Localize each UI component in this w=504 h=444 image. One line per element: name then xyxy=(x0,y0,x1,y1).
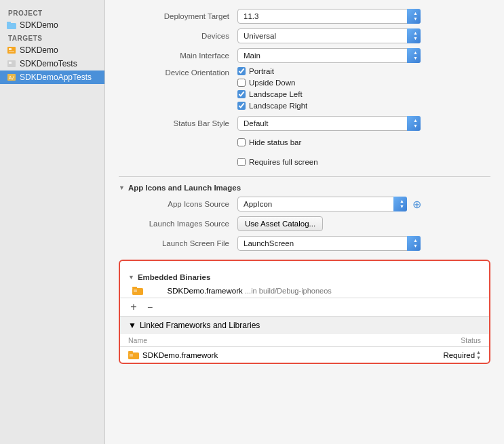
status-bar-select-wrapper: Default ▲▼ xyxy=(237,116,421,131)
embedded-triangle-icon[interactable]: ▼ xyxy=(128,274,134,281)
portrait-checkbox-row[interactable]: Portrait xyxy=(237,67,307,75)
portrait-checkbox[interactable] xyxy=(237,67,246,75)
svg-rect-3 xyxy=(9,48,12,50)
device-orientation-label: Device Orientation xyxy=(119,67,237,77)
main-interface-select-wrapper: Main ▲▼ xyxy=(237,48,421,63)
svg-rect-5 xyxy=(7,60,16,67)
launch-screen-select-wrapper: LaunchScreen ▲▼ xyxy=(237,236,421,251)
settings-container: Deployment Target 11.3 ▲▼ Devices Unive xyxy=(105,0,504,378)
status-bar-style-row: Status Bar Style Default ▲▼ xyxy=(119,115,490,132)
add-remove-row: + − xyxy=(120,298,489,316)
main-content: Deployment Target 11.3 ▲▼ Devices Unive xyxy=(105,0,504,444)
status-arrows-icon: ▲ ▼ xyxy=(476,350,481,360)
upside-down-checkbox-row[interactable]: Upside Down xyxy=(237,79,307,87)
status-bar-style-control: Default ▲▼ xyxy=(237,116,490,131)
targets-section-label: TARGETS xyxy=(0,32,104,43)
remove-embedded-button[interactable]: − xyxy=(144,302,155,312)
hide-status-bar-row: Hide status bar xyxy=(119,135,490,151)
portrait-label: Portrait xyxy=(249,67,274,75)
sidebar-item-sdkdemotests[interactable]: SDKDemoTests xyxy=(0,57,104,70)
landscape-left-checkbox[interactable] xyxy=(237,90,246,98)
linked-triangle-icon[interactable]: ▼ xyxy=(128,321,136,330)
devices-control: Universal ▲▼ xyxy=(237,28,490,43)
sidebar-sdkdemoapptesets-label: SDKDemoAppTests xyxy=(20,73,92,82)
sidebar: PROJECT SDKDemo TARGETS SDKDemo S xyxy=(0,0,105,444)
embedded-linked-section: ▼ Embedded Binaries xyxy=(119,260,490,364)
linked-framework-name-cell: SDKDemo.framework xyxy=(120,347,364,363)
add-embedded-button[interactable]: + xyxy=(128,302,139,312)
apptests-icon: A/ xyxy=(7,73,16,82)
svg-rect-2 xyxy=(7,47,16,54)
app-icons-source-select[interactable]: AppIcon xyxy=(237,197,407,211)
requires-full-screen-checkbox[interactable] xyxy=(237,158,246,166)
svg-rect-10 xyxy=(132,287,137,289)
landscape-left-checkbox-row[interactable]: Landscape Left xyxy=(237,90,307,98)
main-interface-control: Main ▲▼ xyxy=(237,48,490,63)
status-bar-select[interactable]: Default xyxy=(237,116,421,131)
launch-images-source-label: Launch Images Source xyxy=(119,220,237,228)
status-cell[interactable]: Required ▲ ▼ xyxy=(443,350,481,360)
requires-full-screen-checkbox-row[interactable]: Requires full screen xyxy=(237,158,318,166)
main-interface-select[interactable]: Main xyxy=(237,48,421,63)
project-icon xyxy=(7,20,16,30)
sidebar-item-sdkdemo[interactable]: SDKDemo xyxy=(0,43,104,57)
deployment-target-select[interactable]: 11.3 xyxy=(237,9,421,24)
deployment-target-control: 11.3 ▲▼ xyxy=(237,9,490,24)
embedded-inner: ▼ Embedded Binaries xyxy=(120,273,489,298)
linked-table: Name Status S xyxy=(120,334,489,363)
svg-rect-14 xyxy=(130,354,133,357)
launch-images-source-button[interactable]: Use Asset Catalog... xyxy=(237,216,323,231)
upside-down-label: Upside Down xyxy=(249,79,295,87)
hide-status-bar-checkbox[interactable] xyxy=(237,138,246,146)
devices-select[interactable]: Universal xyxy=(237,28,421,43)
upside-down-checkbox[interactable] xyxy=(237,79,246,87)
deployment-target-label: Deployment Target xyxy=(119,12,237,20)
target-icon xyxy=(7,45,16,55)
sidebar-sdkdemo-label: SDKDemo xyxy=(20,45,58,55)
app-icons-source-select-wrapper: AppIcon ▲▼ xyxy=(237,197,407,211)
hide-status-bar-checkbox-row[interactable]: Hide status bar xyxy=(237,138,301,146)
linked-table-header-row: Name Status xyxy=(120,334,489,347)
linked-col-status-header: Status xyxy=(364,334,489,347)
sidebar-project-label: SDKDemo xyxy=(20,20,58,30)
linked-col-name-header: Name xyxy=(120,334,364,347)
launch-images-source-row: Launch Images Source Use Asset Catalog..… xyxy=(119,216,490,232)
app-icons-source-control: AppIcon ▲▼ ⊕ xyxy=(237,197,490,211)
add-app-icon-button[interactable]: ⊕ xyxy=(412,198,421,211)
linked-framework-row: SDKDemo.framework Required ▲ ▼ xyxy=(120,347,489,363)
linked-section-title: Linked Frameworks and Libraries xyxy=(140,321,260,330)
embedded-table: SDKDemo.framework ...in build/Debug-ipho… xyxy=(128,284,481,298)
launch-screen-file-label: Launch Screen File xyxy=(119,239,237,247)
embedded-section-title: Embedded Binaries xyxy=(138,273,210,281)
hide-status-bar-label: Hide status bar xyxy=(249,138,301,146)
svg-rect-13 xyxy=(128,351,133,353)
landscape-right-checkbox-row[interactable]: Landscape Right xyxy=(237,102,307,110)
launch-screen-select[interactable]: LaunchScreen xyxy=(237,236,421,251)
embedded-framework-path: ...in build/Debug-iphoneos xyxy=(245,287,332,295)
orientation-group: Portrait Upside Down Landscape Left Land… xyxy=(237,67,307,112)
requires-full-screen-control: Requires full screen xyxy=(237,158,490,168)
svg-rect-1 xyxy=(7,22,11,24)
status-bar-style-label: Status Bar Style xyxy=(119,119,237,127)
embedded-framework-name-cell: SDKDemo.framework ...in build/Debug-ipho… xyxy=(163,284,481,298)
divider-1 xyxy=(119,176,490,177)
linked-section-header: ▼ Linked Frameworks and Libraries xyxy=(120,316,489,334)
embedded-framework-row: SDKDemo.framework ...in build/Debug-ipho… xyxy=(128,284,481,298)
tests-icon xyxy=(7,59,16,68)
app-icons-source-row: App Icons Source AppIcon ▲▼ ⊕ xyxy=(119,196,490,212)
app-icons-triangle-icon[interactable]: ▼ xyxy=(119,184,125,191)
app-icons-source-label: App Icons Source xyxy=(119,200,237,208)
svg-rect-11 xyxy=(134,289,137,292)
hide-status-bar-control: Hide status bar xyxy=(237,138,490,148)
sidebar-item-sdkdemo-project[interactable]: SDKDemo xyxy=(0,18,104,32)
requires-full-screen-row: Requires full screen xyxy=(119,155,490,171)
sidebar-item-sdkdemoapptesets[interactable]: A/ SDKDemoAppTests xyxy=(0,70,104,84)
linked-framework-status: Required xyxy=(443,351,475,359)
landscape-right-checkbox[interactable] xyxy=(237,102,246,110)
devices-select-wrapper: Universal ▲▼ xyxy=(237,28,421,43)
launch-images-source-control: Use Asset Catalog... xyxy=(237,216,490,231)
main-interface-row: Main Interface Main ▲▼ xyxy=(119,47,490,64)
requires-full-screen-label: Requires full screen xyxy=(249,158,318,166)
device-orientation-control: Portrait Upside Down Landscape Left Land… xyxy=(237,67,490,112)
linked-framework-status-cell: Required ▲ ▼ xyxy=(364,347,489,363)
